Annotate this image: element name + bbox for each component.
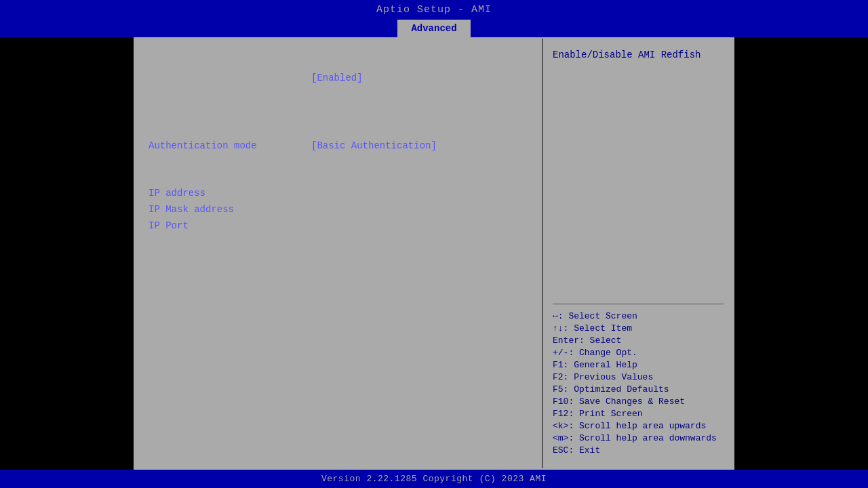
field-label-bios-version: BIOS Redfish Version [149,115,311,125]
field-label-redfish: Redfish [149,73,311,83]
shortcut-k: <k>: Scroll help area upwards [553,421,724,431]
footer: Version 2.22.1285 Copyright (C) 2023 AMI [0,470,868,488]
field-value-ip-address: 169.254.0.17 [311,188,380,199]
field-row-ip-port[interactable]: IP Port 443 [149,220,528,231]
shortcut-esc: ESC: Exit [553,445,724,455]
shortcut-f5: F5: Optimized Defaults [553,384,724,394]
shortcut-f12: F12: Print Screen [553,409,724,419]
field-row-redfish: Redfish [Enabled] [149,73,528,83]
shortcuts-section: ↔: Select Screen ↑↓: Select Item Enter: … [553,311,724,458]
subsection-server-settings: Redfish Server Settings [149,173,528,184]
shortcut-select-screen: ↔: Select Screen [553,311,724,321]
page-heading: Redfish Host Interface Settings [149,49,528,60]
tab-bar: Advanced [0,20,868,37]
left-panel: Redfish Host Interface Settings Redfish … [135,39,543,468]
field-label-ip-port: IP Port [149,220,311,231]
field-value-bmc-version: 1.11.0 [311,98,345,109]
field-value-redfish: [Enabled] [311,73,363,83]
right-help-title: Enable/Disable AMI Redfish [553,49,724,60]
outer-container: Aptio Setup - AMI Advanced Redfish Host … [0,0,868,488]
footer-text: Version 2.22.1285 Copyright (C) 2023 AMI [321,474,547,484]
shortcut-f10: F10: Save Changes & Reset [553,396,724,407]
shortcut-f2: F2: Previous Values [553,372,724,382]
field-row-ip-address[interactable]: IP address 169.254.0.17 [149,188,528,199]
field-row-bmc-version: BMC Redfish Version 1.11.0 [149,98,528,109]
field-label-ip-mask: IP Mask address [149,204,311,215]
shortcut-change-opt: +/-: Change Opt. [553,348,724,358]
field-value-bios-version: 1.11.0 [311,115,345,125]
main-content: Redfish Host Interface Settings Redfish … [134,37,734,470]
field-row-ip-mask[interactable]: IP Mask address 255.255.0.0 [149,204,528,215]
title-text: Aptio Setup - AMI [376,4,492,16]
field-row-bios-version: BIOS Redfish Version 1.11.0 [149,115,528,125]
shortcut-m: <m>: Scroll help area downwards [553,433,724,443]
field-label-bmc-version: BMC Redfish Version [149,98,311,109]
field-label-auth-mode: Authentication mode [149,140,311,151]
divider [553,304,724,304]
right-panel: Enable/Disable AMI Redfish ↔: Select Scr… [543,39,733,468]
field-value-ip-mask: 255.255.0.0 [311,204,374,215]
field-value-auth-mode: [Basic Authentication] [311,140,437,151]
shortcut-enter: Enter: Select [553,336,724,346]
shortcut-f1: F1: General Help [553,360,724,370]
field-value-ip-port: 443 [311,220,328,231]
title-bar: Aptio Setup - AMI [0,0,868,20]
tab-advanced[interactable]: Advanced [397,20,470,37]
field-label-ip-address: IP address [149,188,311,199]
shortcut-select-item: ↑↓: Select Item [553,323,724,333]
field-row-auth-mode[interactable]: Authentication mode [Basic Authenticatio… [149,140,528,151]
